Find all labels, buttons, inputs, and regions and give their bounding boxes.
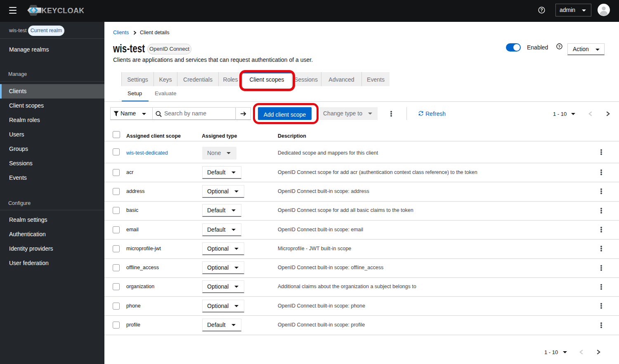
svg-text:?: ?	[558, 44, 561, 49]
svg-text:KEYCLOAK: KEYCLOAK	[42, 7, 84, 15]
svg-text:?: ?	[540, 7, 543, 12]
